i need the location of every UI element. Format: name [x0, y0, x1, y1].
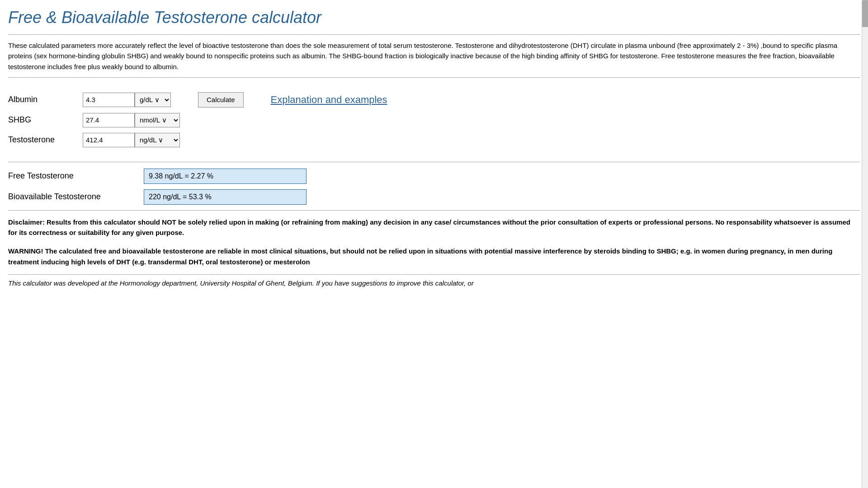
- title-divider: [8, 34, 860, 35]
- shbg-unit-select[interactable]: nmol/L ∨ µg/dL µg/L: [135, 113, 180, 127]
- shbg-row: SHBG nmol/L ∨ µg/dL µg/L: [8, 113, 860, 127]
- bioavailable-testosterone-row: Bioavailable Testosterone 220 ng/dL = 53…: [8, 189, 860, 205]
- page-description: These calculated parameters more accurat…: [8, 40, 858, 72]
- calculate-button[interactable]: Calculate: [198, 92, 244, 108]
- page-title: Free & Bioavailable Testosterone calcula…: [8, 5, 860, 32]
- disclaimer-text: Disclaimer: Results from this calculator…: [8, 217, 858, 238]
- albumin-label: Albumin: [8, 95, 83, 104]
- testosterone-label: Testosterone: [8, 135, 83, 145]
- scrollbar-thumb[interactable]: [862, 0, 868, 27]
- calculator-section: Albumin g/dL ∨ g/L mg/dL Calculate Expla…: [8, 88, 860, 157]
- results-bottom-divider: [8, 210, 860, 211]
- footer-divider: [8, 274, 860, 275]
- albumin-input[interactable]: [83, 93, 135, 107]
- free-testosterone-value: 9.38 ng/dL = 2.27 %: [144, 169, 307, 184]
- testosterone-input[interactable]: [83, 133, 135, 147]
- results-top-divider: [8, 162, 860, 162]
- scrollbar[interactable]: [862, 0, 868, 488]
- description-divider: [8, 77, 860, 78]
- footer-text: This calculator was developed at the Hor…: [8, 279, 860, 287]
- disclaimer-section: Disclaimer: Results from this calculator…: [8, 217, 858, 267]
- shbg-input[interactable]: [83, 113, 135, 127]
- albumin-unit-select[interactable]: g/dL ∨ g/L mg/dL: [135, 93, 171, 107]
- bioavailable-testosterone-label: Bioavailable Testosterone: [8, 192, 144, 202]
- albumin-row: Albumin g/dL ∨ g/L mg/dL Calculate Expla…: [8, 92, 860, 108]
- bioavailable-testosterone-value: 220 ng/dL = 53.3 %: [144, 189, 307, 205]
- shbg-label: SHBG: [8, 115, 83, 125]
- explanation-link[interactable]: Explanation and examples: [271, 94, 387, 106]
- free-testosterone-label: Free Testosterone: [8, 171, 144, 181]
- testosterone-unit-select[interactable]: ng/dL ∨ nmol/L ng/mL: [135, 133, 180, 147]
- free-testosterone-row: Free Testosterone 9.38 ng/dL = 2.27 %: [8, 169, 860, 184]
- testosterone-row: Testosterone ng/dL ∨ nmol/L ng/mL: [8, 133, 860, 147]
- results-section: Free Testosterone 9.38 ng/dL = 2.27 % Bi…: [8, 169, 860, 205]
- warning-text: WARNING! The calculated free and bioavai…: [8, 246, 858, 267]
